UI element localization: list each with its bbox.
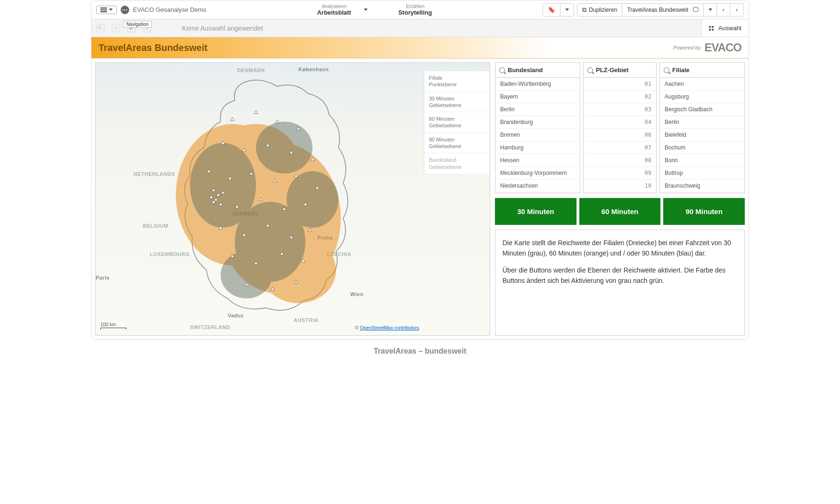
prev-sheet-button[interactable]: ‹ xyxy=(717,4,730,16)
filter-header-plz[interactable]: PLZ-Gebiet xyxy=(584,63,656,78)
list-item[interactable]: Braunschweig xyxy=(660,180,744,192)
layer-item-filiale[interactable]: FilialePunktebene xyxy=(424,71,490,92)
app-icon: ••• xyxy=(121,6,129,14)
toolbar-center: Analysieren Arbeitsblatt Erzählen Storyt… xyxy=(210,2,539,18)
search-icon xyxy=(499,67,505,73)
list-item[interactable]: Hessen xyxy=(495,154,580,167)
powered-by-label: Powered by xyxy=(673,45,700,50)
filter-header-filiale[interactable]: Filiale xyxy=(660,63,744,78)
chevron-down-icon xyxy=(364,8,368,11)
list-item[interactable]: 04 xyxy=(584,116,656,129)
chevron-right-icon: › xyxy=(736,7,738,13)
list-item[interactable]: Aachen xyxy=(660,78,744,91)
tab-storytelling[interactable]: Erzählen Storytelling xyxy=(394,2,437,18)
figure-caption: TravelAreas – bundesweit xyxy=(0,340,840,363)
map-panel[interactable]: DENMARK København NETHERLANDS BELGIUM LU… xyxy=(95,62,490,336)
list-item[interactable]: 10 xyxy=(584,180,656,192)
no-selection-text: Keine Auswahl angewendet xyxy=(182,25,263,32)
filter-bundesland: Bundesland Baden-WürttembergBayernBerlin… xyxy=(495,62,580,193)
right-panel: Bundesland Baden-WürttembergBayernBerlin… xyxy=(495,62,745,336)
tab-analyze[interactable]: Analysieren Arbeitsblatt xyxy=(313,2,356,18)
chevron-down-icon xyxy=(109,8,113,11)
button-90min[interactable]: 90 Minuten xyxy=(663,198,745,225)
search-icon xyxy=(664,67,669,73)
filter-header-bundesland[interactable]: Bundesland xyxy=(495,63,580,78)
layer-item-60min[interactable]: 60 MinutenGebietsebene xyxy=(424,112,490,133)
list-item[interactable]: Bayern xyxy=(495,91,580,103)
description-box: Die Karte stellt die Reichweite der Fili… xyxy=(495,230,745,336)
navigation-tooltip: Navigation xyxy=(123,21,152,28)
list-item[interactable]: 09 xyxy=(584,167,656,180)
bookmark-icon: 🔖 xyxy=(548,6,555,13)
list-item[interactable]: Bochum xyxy=(660,141,744,154)
layer-item-bundesland[interactable]: BundeslandGebietsebene xyxy=(424,153,490,174)
list-item[interactable]: Bergisch Gladbach xyxy=(660,103,744,116)
osm-link[interactable]: OpenStreetMap contributors xyxy=(360,325,419,330)
next-sheet-button[interactable]: › xyxy=(730,4,743,16)
screen-icon: 🖵 xyxy=(692,6,699,13)
list-item[interactable]: Bonn xyxy=(660,154,744,167)
bookmark-dropdown[interactable] xyxy=(560,4,574,16)
chevron-left-icon: ‹ xyxy=(723,7,725,13)
scale-bar: 100 km xyxy=(100,322,126,330)
svg-point-16 xyxy=(221,251,272,298)
button-60min[interactable]: 60 Minuten xyxy=(579,198,661,225)
chevron-down-icon xyxy=(708,8,712,11)
duplicate-button[interactable]: ⧉ Duplizieren xyxy=(577,4,622,16)
svg-point-15 xyxy=(287,171,338,228)
list-item[interactable]: Bielefeld xyxy=(660,129,744,141)
selection-bar: Navigation Keine Auswahl angewendet Ausw… xyxy=(91,19,749,37)
bookmark-button[interactable]: 🔖 xyxy=(543,4,560,16)
list-item[interactable]: 03 xyxy=(584,103,656,116)
search-icon xyxy=(587,67,593,73)
sheet-selector[interactable]: TravelAreas Bundesweit 🖵 xyxy=(622,4,704,16)
chevron-down-icon xyxy=(565,8,569,11)
svg-line-2 xyxy=(100,28,102,30)
sheet-dropdown[interactable] xyxy=(704,4,717,16)
svg-rect-3 xyxy=(112,25,120,32)
list-item[interactable]: Baden-Württemberg xyxy=(495,78,580,91)
list-item[interactable]: Bremen xyxy=(495,129,580,141)
grid-icon xyxy=(709,26,714,31)
menu-button[interactable] xyxy=(96,6,117,14)
filter-plz: PLZ-Gebiet 010203040607080910 xyxy=(583,62,657,193)
svg-point-13 xyxy=(256,122,313,174)
step-back-icon[interactable] xyxy=(112,24,120,33)
evaco-logo: EVACO xyxy=(704,41,741,54)
list-item[interactable]: 06 xyxy=(584,129,656,141)
list-item[interactable]: 07 xyxy=(584,141,656,154)
copy-icon: ⧉ xyxy=(582,6,586,14)
button-row: 30 Minuten 60 Minuten 90 Minuten xyxy=(495,198,745,225)
sheet-title-bar: TravelAreas Bundesweit Powered by EVACO xyxy=(91,37,749,58)
list-item[interactable]: Augsburg xyxy=(660,91,744,103)
sheet-title: TravelAreas Bundesweit xyxy=(99,42,207,53)
list-item[interactable]: 01 xyxy=(584,78,656,91)
list-item[interactable]: 02 xyxy=(584,91,656,103)
button-30min[interactable]: 30 Minuten xyxy=(495,198,576,225)
germany-map-shape xyxy=(162,77,369,322)
smart-search-icon[interactable] xyxy=(96,24,105,33)
selection-tool-button[interactable]: Auswahl xyxy=(701,19,749,37)
filter-filiale: Filiale AachenAugsburgBergisch GladbachB… xyxy=(659,62,745,193)
layer-item-90min[interactable]: 90 MinutenGebietsebene xyxy=(424,133,490,154)
list-item[interactable]: Brandenburg xyxy=(495,116,580,129)
list-item[interactable]: Hamburg xyxy=(495,141,580,154)
app-title: EVACO Geoanalyse Demo xyxy=(133,6,206,13)
layer-item-30min[interactable]: 30 MinutenGebietsebene xyxy=(424,92,490,113)
content-area: DENMARK København NETHERLANDS BELGIUM LU… xyxy=(91,58,749,339)
list-item[interactable]: Mecklenburg-Vorpommern xyxy=(495,167,580,180)
toolbar-right: 🔖 ⧉ Duplizieren TravelAreas Bundesweit 🖵… xyxy=(543,3,744,17)
list-item[interactable]: Berlin xyxy=(660,116,744,129)
list-item[interactable]: Niedersachsen xyxy=(495,180,580,192)
list-item[interactable]: Berlin xyxy=(495,103,580,116)
list-item[interactable]: 08 xyxy=(584,154,656,167)
list-item[interactable]: Bottrop xyxy=(660,167,744,180)
hamburger-icon xyxy=(100,8,107,12)
map-layer-list: FilialePunktebene 30 MinutenGebietsebene… xyxy=(424,71,490,174)
map-attribution: © OpenStreetMap contributors xyxy=(355,325,419,330)
top-toolbar: ••• EVACO Geoanalyse Demo Analysieren Ar… xyxy=(91,0,749,19)
